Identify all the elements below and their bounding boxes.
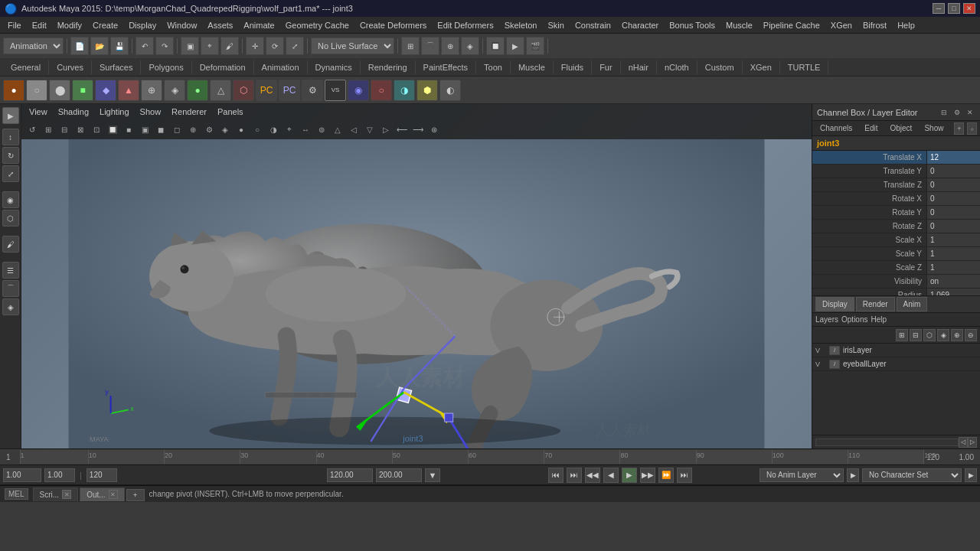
script-tab-1[interactable]: Scri... ✕ xyxy=(33,487,79,501)
deform-tool[interactable]: ◈ xyxy=(2,298,19,315)
shelf-tab-fur[interactable]: Fur xyxy=(592,60,621,74)
shelf-tab-fluids[interactable]: Fluids xyxy=(554,60,592,74)
menu-item-create-deformers[interactable]: Create Deformers xyxy=(355,19,431,31)
menu-item-animate[interactable]: Animate xyxy=(239,19,279,31)
next-key-btn[interactable]: ⏩ xyxy=(658,468,674,483)
shelf-tab-animation[interactable]: Animation xyxy=(254,60,308,74)
snap-grid-btn[interactable]: ⊞ xyxy=(401,37,420,55)
vp-icon-22[interactable]: ▽ xyxy=(362,122,377,137)
cb-value-7[interactable]: 1 xyxy=(926,247,980,260)
go-end-btn[interactable]: ⏭ xyxy=(677,468,692,483)
paint-select-btn[interactable]: 🖌 xyxy=(220,37,239,55)
select-btn[interactable]: ▣ xyxy=(181,37,199,55)
vp-icon-6[interactable]: 🔲 xyxy=(105,122,120,137)
menu-item-bonus-tools[interactable]: Bonus Tools xyxy=(665,19,720,31)
render-region-btn[interactable]: 🔲 xyxy=(486,37,505,55)
cb-row-5[interactable]: Rotate Z 0 xyxy=(812,220,980,233)
shelf-tab-toon[interactable]: Toon xyxy=(476,60,511,74)
poly-tool-2[interactable]: ⬡ xyxy=(2,210,19,227)
layer-vis-0[interactable]: V xyxy=(815,347,826,354)
cb-row-6[interactable]: Scale X 1 xyxy=(812,233,980,247)
rotate-tool[interactable]: ↻ xyxy=(2,147,19,164)
le-tab-anim[interactable]: Anim xyxy=(897,297,928,311)
menu-item-edit[interactable]: Edit xyxy=(28,19,51,31)
vp-icon-19[interactable]: ⊚ xyxy=(314,122,329,137)
cb-row-9[interactable]: Visibility on xyxy=(812,275,980,289)
cb-row-10[interactable]: Radius 1.069 xyxy=(812,289,980,295)
render-btn[interactable]: 🎬 xyxy=(526,37,544,55)
shelf-tab-turtle[interactable]: TURTLE xyxy=(780,60,829,74)
cb-row-1[interactable]: Translate Y 0 xyxy=(812,165,980,178)
vp-icon-25[interactable]: ⟶ xyxy=(410,122,426,137)
cb-value-2[interactable]: 0 xyxy=(926,178,980,191)
menu-item-xgen[interactable]: XGen xyxy=(826,19,857,31)
menu-item-muscle[interactable]: Muscle xyxy=(721,19,757,31)
vp-icon-4[interactable]: ⊠ xyxy=(73,122,88,137)
step-fwd-btn[interactable]: ▶▶ xyxy=(640,468,655,483)
undo-btn[interactable]: ↶ xyxy=(136,37,154,55)
menu-item-skin[interactable]: Skin xyxy=(543,19,568,31)
rotate-btn[interactable]: ⟳ xyxy=(266,37,284,55)
vp-menu-show[interactable]: Show xyxy=(136,106,166,118)
cb-menu-channels[interactable]: Channels xyxy=(815,122,857,134)
menu-item-edit-deformers[interactable]: Edit Deformers xyxy=(433,19,498,31)
snap-surface-btn[interactable]: ◈ xyxy=(461,37,479,55)
vp-icon-15[interactable]: ○ xyxy=(250,122,265,137)
menu-item-create[interactable]: Create xyxy=(88,19,122,31)
vp-icon-14[interactable]: ● xyxy=(234,122,249,137)
open-scene-btn[interactable]: 📂 xyxy=(90,37,109,55)
lasso-btn[interactable]: ⌖ xyxy=(201,37,219,55)
cb-row-2[interactable]: Translate Z 0 xyxy=(812,178,980,192)
shelf-tab-polygons[interactable]: Polygons xyxy=(141,60,191,74)
character-set-select[interactable]: No Character Set xyxy=(862,468,962,482)
cb-settings-icon[interactable]: ⚙ xyxy=(952,107,962,118)
vp-icon-16[interactable]: ◑ xyxy=(266,122,281,137)
cb-value-10[interactable]: 1.069 xyxy=(926,289,980,295)
shelf-icon-3[interactable]: ⬤ xyxy=(49,80,70,101)
le-menu-options[interactable]: Options xyxy=(841,315,867,324)
poly-tool-1[interactable]: ◉ xyxy=(2,191,19,208)
outliner-tool[interactable]: ☰ xyxy=(2,262,19,279)
layer-vis-1[interactable]: V xyxy=(815,360,826,368)
char-set-arrow[interactable]: ▶ xyxy=(965,468,977,482)
vp-icon-26[interactable]: ⊛ xyxy=(426,122,442,137)
menu-item-help[interactable]: Help xyxy=(893,19,920,31)
shelf-tab-xgen[interactable]: XGen xyxy=(743,60,780,74)
snap-curve-btn[interactable]: ⌒ xyxy=(421,37,439,55)
vp-icon-21[interactable]: ◁ xyxy=(346,122,361,137)
le-icon-4[interactable]: ◈ xyxy=(937,329,949,341)
menu-item-display[interactable]: Display xyxy=(124,19,161,31)
menu-item-file[interactable]: File xyxy=(3,19,26,31)
shelf-icon-5[interactable]: ◆ xyxy=(95,80,116,101)
cb-value-6[interactable]: 1 xyxy=(926,233,980,246)
scale-tool[interactable]: ⤢ xyxy=(2,165,19,182)
vp-icon-24[interactable]: ⟵ xyxy=(394,122,410,137)
anim-layer-arrow[interactable]: ▶ xyxy=(847,468,859,482)
menu-item-constrain[interactable]: Constrain xyxy=(570,19,616,31)
menu-item-pipeline-cache[interactable]: Pipeline Cache xyxy=(759,19,825,31)
workspace-selector[interactable]: Animation xyxy=(3,37,64,54)
shelf-tab-custom[interactable]: Custom xyxy=(697,60,743,74)
vp-menu-panels[interactable]: Panels xyxy=(213,106,248,118)
timeline-ruler[interactable]: 1102030405060708090100110120 xyxy=(20,450,924,464)
menu-item-skeleton[interactable]: Skeleton xyxy=(500,19,542,31)
shelf-tab-painteffects[interactable]: PaintEffects xyxy=(416,60,477,74)
cb-value-0[interactable]: 12 xyxy=(926,151,980,164)
cb-row-0[interactable]: Translate X 12 xyxy=(812,151,980,165)
shelf-icon-18[interactable]: ⬢ xyxy=(416,80,438,101)
move-tool[interactable]: ↕ xyxy=(2,129,19,145)
vp-icon-12[interactable]: ⚙ xyxy=(201,122,217,137)
shelf-tab-deformation[interactable]: Deformation xyxy=(192,60,254,74)
shelf-icon-10[interactable]: △ xyxy=(210,80,231,101)
shelf-icon-9[interactable]: ● xyxy=(187,80,208,101)
le-icon-1[interactable]: ⊞ xyxy=(896,329,908,341)
prev-key-btn[interactable]: ⏭ xyxy=(567,468,582,483)
viewport-3d[interactable]: View Shading Lighting Show Renderer Pane… xyxy=(21,104,812,448)
anim-layer-select[interactable]: No Anim Layer xyxy=(760,468,844,482)
menu-item-bifrost[interactable]: Bifrost xyxy=(858,19,891,31)
vp-icon-20[interactable]: △ xyxy=(330,122,345,137)
cb-row-8[interactable]: Scale Z 1 xyxy=(812,261,980,275)
le-icon-5[interactable]: ⊕ xyxy=(951,329,963,341)
layer-row-1[interactable]: V / eyeballLayer xyxy=(812,357,980,371)
shelf-icon-19[interactable]: ◐ xyxy=(439,80,461,101)
